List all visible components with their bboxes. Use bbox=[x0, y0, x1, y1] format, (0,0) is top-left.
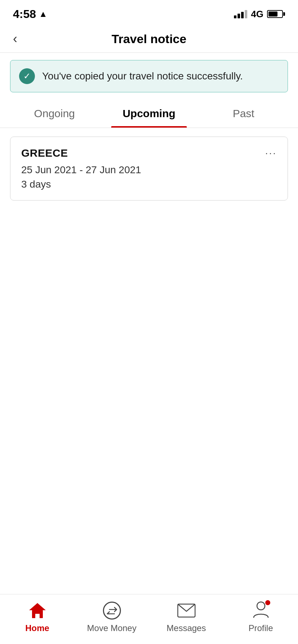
header: ‹ Travel notice bbox=[0, 25, 298, 53]
nav-profile[interactable]: Profile bbox=[224, 601, 298, 633]
profile-icon bbox=[251, 601, 271, 620]
status-time: 4:58 bbox=[13, 8, 36, 21]
card-header: GREECE ··· bbox=[21, 147, 277, 159]
svg-marker-0 bbox=[29, 603, 46, 610]
messages-icon bbox=[177, 601, 196, 620]
nav-move-money[interactable]: Move Money bbox=[74, 601, 149, 633]
nav-home-label: Home bbox=[25, 623, 49, 633]
battery-icon bbox=[267, 10, 285, 18]
card-container: GREECE ··· 25 Jun 2021 - 27 Jun 2021 3 d… bbox=[10, 137, 288, 201]
notification-dot bbox=[265, 599, 271, 606]
more-options-button[interactable]: ··· bbox=[265, 147, 277, 159]
svg-point-4 bbox=[257, 602, 265, 610]
nav-messages-label: Messages bbox=[167, 623, 206, 633]
duration: 3 days bbox=[21, 179, 277, 190]
status-icons: 4G bbox=[234, 9, 285, 20]
page-title: Travel notice bbox=[112, 32, 186, 46]
nav-move-money-label: Move Money bbox=[87, 623, 136, 633]
tabs-container: Ongoing Upcoming Past bbox=[0, 100, 298, 128]
location-icon: ▲ bbox=[39, 9, 48, 19]
move-money-icon bbox=[102, 601, 122, 620]
tab-ongoing[interactable]: Ongoing bbox=[7, 100, 102, 128]
tab-past[interactable]: Past bbox=[196, 100, 291, 128]
status-bar: 4:58 ▲ 4G bbox=[0, 0, 298, 25]
home-icon bbox=[28, 601, 47, 620]
date-range: 25 Jun 2021 - 27 Jun 2021 bbox=[21, 164, 277, 176]
svg-rect-2 bbox=[35, 614, 40, 618]
tab-upcoming[interactable]: Upcoming bbox=[102, 100, 197, 128]
country-name: GREECE bbox=[21, 147, 68, 159]
signal-icon bbox=[234, 10, 247, 18]
success-banner: ✓ You've copied your travel notice succe… bbox=[10, 60, 288, 92]
bottom-nav: Home Move Money Messages bbox=[0, 594, 298, 644]
back-button[interactable]: ‹ bbox=[13, 32, 17, 45]
nav-profile-label: Profile bbox=[248, 623, 273, 633]
network-label: 4G bbox=[251, 9, 263, 20]
nav-home[interactable]: Home bbox=[0, 601, 74, 633]
check-icon: ✓ bbox=[19, 68, 35, 84]
travel-card: GREECE ··· 25 Jun 2021 - 27 Jun 2021 3 d… bbox=[10, 137, 288, 201]
banner-message: You've copied your travel notice success… bbox=[42, 70, 243, 82]
nav-messages[interactable]: Messages bbox=[149, 601, 224, 633]
